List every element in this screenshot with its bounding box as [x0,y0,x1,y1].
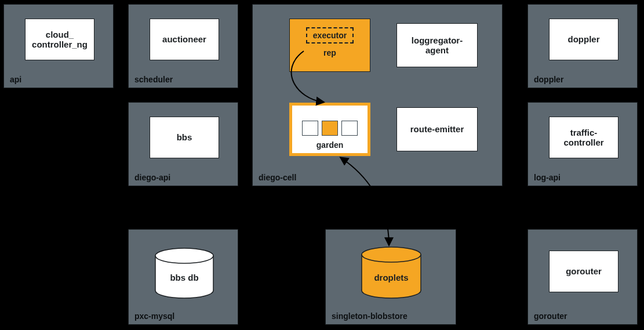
container-icon [322,121,338,136]
scheduler-label: scheduler [134,75,173,84]
container-icon [341,121,358,136]
diego-cell-container: executor rep loggregator- agent garden r… [252,4,503,186]
container-icon [302,121,318,136]
traffic-controller-box: traffic- controller [549,117,618,158]
garden-box: garden [289,103,370,156]
droplets-cylinder: droplets [361,246,422,299]
doppler-box: doppler [549,19,618,60]
droplets-label: droplets [361,273,422,282]
bbs-db-label: bbs db [154,273,214,282]
doppler-container-label: doppler [534,75,563,84]
log-api-label: log-api [534,173,561,182]
gorouter-container-label: gorouter [534,311,567,321]
cloud-controller-ng-box: cloud_ controller_ng [25,19,94,60]
rep-label: rep [323,48,336,57]
svg-point-9 [362,247,421,262]
scheduler-container: auctioneer scheduler [128,4,238,88]
singleton-blobstore-label: singleton-blobstore [332,311,407,321]
garden-label: garden [316,140,344,150]
route-emitter-box: route-emitter [396,107,478,151]
api-container: cloud_ controller_ng api [3,4,114,88]
singleton-blobstore-container: droplets singleton-blobstore [325,229,456,325]
bbs-box: bbs [150,117,219,158]
auctioneer-box: auctioneer [150,19,219,60]
pxc-mysql-label: pxc-mysql [134,311,174,321]
bbs-db-cylinder: bbs db [154,247,214,299]
diego-cell-label: diego-cell [259,173,296,182]
svg-point-4 [155,248,213,263]
executor-box: executor [306,27,354,43]
rep-box: executor rep [289,19,370,72]
gorouter-box: gorouter [549,251,618,292]
log-api-container: traffic- controller log-api [527,102,638,186]
diego-api-container: bbs diego-api [128,102,238,186]
api-label: api [10,75,21,84]
gorouter-container: gorouter gorouter [527,229,638,325]
garden-containers-row [302,121,358,136]
loggregator-agent-box: loggregator- agent [396,23,478,67]
doppler-container: doppler doppler [527,4,638,88]
pxc-mysql-container: bbs db pxc-mysql [128,229,238,325]
diego-api-label: diego-api [134,173,170,182]
